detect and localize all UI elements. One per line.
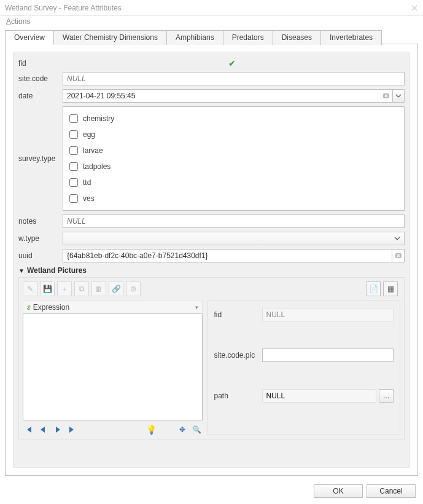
wetland-pictures-header[interactable]: ▼ Wetland Pictures xyxy=(18,266,405,275)
date-dropdown-button[interactable] xyxy=(392,89,405,103)
check-chemistry[interactable]: chemistry xyxy=(69,111,398,127)
tab-diseases[interactable]: Diseases xyxy=(273,30,321,45)
dialog-footer: OK Cancel xyxy=(314,484,416,498)
tab-water-chemistry[interactable]: Water Chemistry Dimensions xyxy=(53,30,167,45)
tab-strip: Overview Water Chemistry Dimensions Amph… xyxy=(5,30,418,44)
menubar: Actions xyxy=(0,16,423,27)
surveytype-checklist: chemistry egg larvae tadpoles ttd ves xyxy=(63,106,405,211)
form-view-icon[interactable]: 📄 xyxy=(366,282,381,296)
chevron-down-icon: ▾ xyxy=(195,304,198,310)
wtype-combobox[interactable] xyxy=(63,232,405,245)
close-icon[interactable] xyxy=(406,0,423,16)
tab-panel: fid ✔ site.code date xyxy=(5,44,418,476)
epsilon-icon: ε xyxy=(27,303,31,312)
wtype-label: w.type xyxy=(18,234,63,243)
copy-icon[interactable]: ⧉ xyxy=(74,282,89,296)
window-titlebar: Wetland Survey - Feature Attributes xyxy=(0,0,423,16)
next-icon[interactable] xyxy=(52,424,63,435)
notes-label: notes xyxy=(18,217,63,226)
add-icon[interactable]: ＋ xyxy=(57,282,72,296)
last-icon[interactable] xyxy=(67,424,78,435)
notes-input[interactable] xyxy=(63,215,405,228)
tab-amphibians[interactable]: Amphibians xyxy=(166,30,223,45)
tab-predators[interactable]: Predators xyxy=(223,30,273,45)
expression-list[interactable] xyxy=(23,313,203,420)
fid-label: fid xyxy=(18,59,63,68)
link-icon[interactable]: 🔗 xyxy=(109,282,123,296)
checkmark-icon: ✔ xyxy=(63,58,405,68)
check-ttd[interactable]: ttd xyxy=(69,175,398,191)
browse-button[interactable]: ... xyxy=(379,389,394,403)
wetland-pictures-panel: ✎ 💾 ＋ ⧉ 🗑 🔗 ⊘ 📄 ▦ ε Expression xyxy=(18,277,405,439)
ok-button[interactable]: OK xyxy=(314,484,363,498)
uuid-clear-icon[interactable] xyxy=(392,249,405,262)
expression-header[interactable]: ε Expression ▾ xyxy=(23,300,203,313)
uuid-label: uuid xyxy=(18,251,63,260)
chevron-down-icon: ▼ xyxy=(18,267,25,274)
uuid-input[interactable] xyxy=(63,249,392,262)
check-tadpoles[interactable]: tadpoles xyxy=(69,159,398,175)
first-icon[interactable] xyxy=(23,424,34,435)
pic-sitecode-input[interactable] xyxy=(262,348,394,362)
date-input[interactable] xyxy=(63,89,380,103)
pan-icon[interactable]: ✥ xyxy=(177,424,188,435)
surveytype-label: survey.type xyxy=(18,154,63,163)
date-clear-icon[interactable] xyxy=(380,89,392,103)
check-larvae[interactable]: larvae xyxy=(69,143,398,159)
pictures-toolbar: ✎ 💾 ＋ ⧉ 🗑 🔗 ⊘ 📄 ▦ xyxy=(23,282,400,296)
edit-icon[interactable]: ✎ xyxy=(23,282,37,296)
table-view-icon[interactable]: ▦ xyxy=(383,282,398,296)
cancel-button[interactable]: Cancel xyxy=(367,484,416,498)
date-label: date xyxy=(18,92,63,100)
tab-invertebrates[interactable]: Invertebrates xyxy=(320,30,382,45)
highlight-icon[interactable]: 💡 xyxy=(146,424,157,435)
pic-path-input[interactable] xyxy=(262,389,377,403)
sitecode-input[interactable] xyxy=(63,72,405,85)
pic-fid-label: fid xyxy=(214,310,262,319)
prev-icon[interactable] xyxy=(37,424,49,435)
zoom-icon[interactable]: 🔍 xyxy=(192,424,203,435)
menu-actions[interactable]: Actions xyxy=(6,17,30,26)
pic-sitecode-label: site.code.pic xyxy=(214,351,262,360)
check-ves[interactable]: ves xyxy=(69,191,398,207)
unlink-icon[interactable]: ⊘ xyxy=(126,282,141,296)
delete-icon[interactable]: 🗑 xyxy=(91,282,106,296)
sitecode-label: site.code xyxy=(18,74,63,83)
nav-toolbar: 💡 ✥ 🔍 xyxy=(23,424,203,435)
tab-overview[interactable]: Overview xyxy=(5,30,54,45)
picture-detail: fid NULL site.code.pic path ... xyxy=(208,300,401,435)
check-egg[interactable]: egg xyxy=(69,127,398,143)
window-title: Wetland Survey - Feature Attributes xyxy=(5,4,122,12)
pic-fid-value: NULL xyxy=(262,308,394,321)
pic-path-label: path xyxy=(214,392,262,400)
save-icon[interactable]: 💾 xyxy=(40,282,55,296)
